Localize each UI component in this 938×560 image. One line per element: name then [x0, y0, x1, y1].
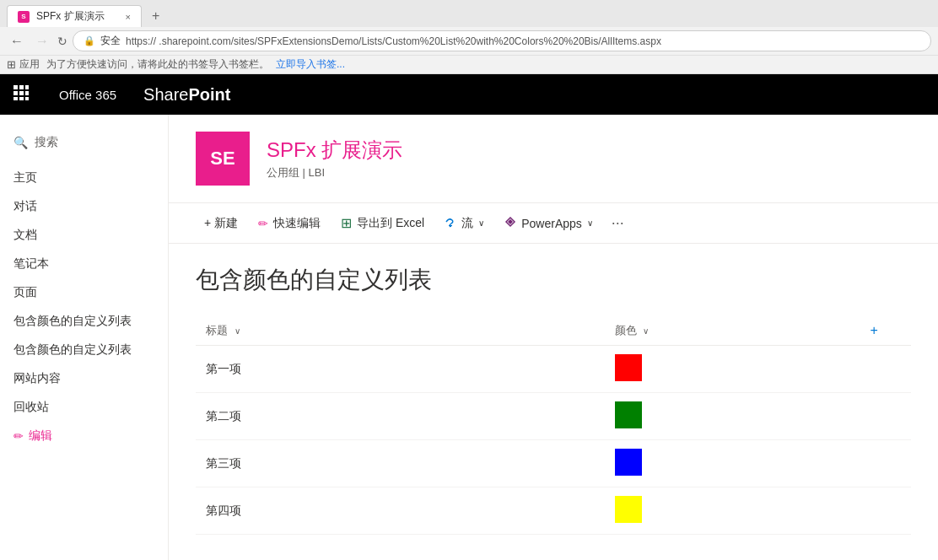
sidebar-item-recycle-bin[interactable]: 回收站	[0, 393, 168, 422]
list-area: 包含颜色的自定义列表 标题 ∨ 颜色 ∨ +	[169, 244, 938, 555]
color-swatch	[615, 401, 642, 428]
sidebar-item-custom-list-1[interactable]: 包含颜色的自定义列表	[0, 307, 168, 336]
col-header-color[interactable]: 颜色 ∨	[605, 316, 860, 346]
col-header-add[interactable]: +	[860, 316, 911, 346]
sidebar-item-conversations[interactable]: 对话	[0, 192, 168, 221]
cell-title: 第一项	[196, 346, 605, 393]
color-swatch	[615, 449, 642, 476]
flow-label: 流	[461, 216, 473, 231]
col-color-label: 颜色	[615, 324, 637, 337]
title-sort-icon: ∨	[234, 326, 240, 336]
cell-color	[605, 487, 860, 535]
svg-rect-0	[13, 85, 18, 89]
search-label: 搜索	[35, 135, 58, 150]
sidebar-item-home[interactable]: 主页	[0, 164, 168, 192]
tab-bar: S SPFx 扩展演示 × +	[0, 0, 938, 27]
tab-favicon: S	[18, 11, 30, 23]
table-row[interactable]: 第三项	[196, 440, 911, 487]
site-name: SPFx 扩展演示	[267, 137, 402, 164]
tab-title: SPFx 扩展演示	[36, 9, 105, 24]
grid-icon: ⊞	[7, 58, 16, 71]
cell-add	[860, 487, 911, 535]
refresh-btn[interactable]: ↻	[57, 35, 67, 48]
import-bookmarks-link[interactable]: 立即导入书签...	[276, 57, 345, 72]
svg-rect-8	[25, 97, 29, 100]
address-input[interactable]: 🔒 安全 https:// .sharepoint.com/sites/SPFx…	[73, 30, 931, 51]
office365-label: Office 365	[59, 88, 116, 102]
list-table: 标题 ∨ 颜色 ∨ + 第一项第二项第三项第四项	[196, 316, 911, 535]
svg-rect-2	[25, 85, 29, 89]
excel-icon: ⊞	[341, 215, 352, 231]
svg-rect-6	[13, 97, 18, 100]
tab-close-btn[interactable]: ×	[126, 12, 131, 22]
powerapps-icon	[504, 216, 516, 230]
site-logo-text: SE	[210, 148, 234, 170]
address-url: https:// .sharepoint.com/sites/SPFxExten…	[126, 35, 661, 47]
browser-chrome: S SPFx 扩展演示 × + ← → ↻ 🔒 安全 https:// .sha…	[0, 0, 938, 74]
powerapps-label: PowerApps	[521, 217, 582, 230]
forward-btn[interactable]: →	[32, 32, 52, 51]
site-logo: SE	[196, 132, 250, 186]
sharepoint-pre: Share	[143, 85, 188, 104]
col-header-title[interactable]: 标题 ∨	[196, 316, 605, 346]
more-options-btn[interactable]: ···	[605, 211, 631, 235]
edit-icon: ✏	[258, 217, 268, 230]
bookmarks-bar: ⊞ 应用 为了方便快速访问，请将此处的书签导入书签栏。 立即导入书签...	[0, 55, 938, 73]
cell-title: 第三项	[196, 440, 605, 487]
office365-title[interactable]: Office 365	[46, 83, 130, 107]
table-row[interactable]: 第二项	[196, 393, 911, 440]
flow-button[interactable]: 流 ∨	[436, 211, 493, 236]
search-bar[interactable]: 🔍 搜索	[0, 128, 168, 157]
sidebar-item-documents[interactable]: 文档	[0, 221, 168, 250]
add-column-btn[interactable]: +	[870, 323, 877, 337]
export-excel-button[interactable]: ⊞ 导出到 Excel	[332, 210, 433, 236]
security-label: 安全	[100, 34, 121, 48]
svg-rect-3	[13, 91, 18, 95]
cell-color	[605, 440, 860, 487]
app-body: 🔍 搜索 主页 对话 文档 笔记本 页面 包含颜色的自定义列表 包含颜色的自定义…	[0, 115, 938, 560]
o365-header: Office 365 SharePoint	[0, 74, 938, 115]
quick-edit-button[interactable]: ✏ 快速编辑	[250, 211, 329, 236]
table-row[interactable]: 第四项	[196, 487, 911, 535]
main-content: SE SPFx 扩展演示 公用组 | LBI + 新建 ✏ 快速编辑 ⊞ 导出到…	[169, 115, 938, 560]
search-icon: 🔍	[13, 136, 28, 149]
sidebar-item-site-contents[interactable]: 网站内容	[0, 364, 168, 393]
sidebar-item-pages[interactable]: 页面	[0, 278, 168, 307]
site-meta: 公用组 | LBI	[267, 165, 402, 180]
sharepoint-title: SharePoint	[143, 85, 230, 105]
svg-rect-1	[19, 85, 24, 89]
sidebar-item-edit[interactable]: ✏ 编辑	[0, 422, 168, 450]
bookmarks-hint: 为了方便快速访问，请将此处的书签导入书签栏。	[46, 57, 269, 72]
edit-icon: ✏	[13, 429, 24, 443]
powerapps-button[interactable]: PowerApps ∨	[496, 211, 601, 235]
waffle-menu-icon[interactable]	[10, 82, 32, 108]
lock-icon: 🔒	[84, 35, 95, 46]
sharepoint-bold: Point	[188, 85, 230, 104]
cell-add	[860, 440, 911, 487]
back-btn[interactable]: ←	[7, 32, 27, 51]
sidebar-item-custom-list-2[interactable]: 包含颜色的自定义列表	[0, 336, 168, 364]
table-header: 标题 ∨ 颜色 ∨ +	[196, 316, 911, 346]
flow-chevron: ∨	[478, 218, 484, 228]
cell-title: 第四项	[196, 487, 605, 535]
site-info: SPFx 扩展演示 公用组 | LBI	[267, 137, 402, 180]
svg-rect-4	[19, 91, 24, 95]
svg-rect-5	[25, 91, 29, 95]
svg-rect-7	[19, 97, 24, 100]
cell-color	[605, 393, 860, 440]
apps-btn[interactable]: ⊞ 应用	[7, 57, 40, 72]
color-swatch	[615, 354, 642, 381]
browser-tab[interactable]: S SPFx 扩展演示 ×	[7, 5, 142, 27]
cell-color	[605, 346, 860, 393]
color-sort-icon: ∨	[643, 326, 649, 336]
cell-add	[860, 346, 911, 393]
table-row[interactable]: 第一项	[196, 346, 911, 393]
new-tab-btn[interactable]: +	[145, 7, 166, 25]
quick-edit-label: 快速编辑	[273, 216, 321, 231]
sidebar-item-notebook[interactable]: 笔记本	[0, 250, 168, 278]
new-label: + 新建	[204, 216, 238, 231]
flow-icon	[445, 216, 456, 230]
new-button[interactable]: + 新建	[196, 211, 246, 236]
nav-items: 主页 对话 文档 笔记本 页面 包含颜色的自定义列表 包含颜色的自定义列表 网站…	[0, 164, 168, 450]
sidebar: 🔍 搜索 主页 对话 文档 笔记本 页面 包含颜色的自定义列表 包含颜色的自定义…	[0, 115, 169, 560]
